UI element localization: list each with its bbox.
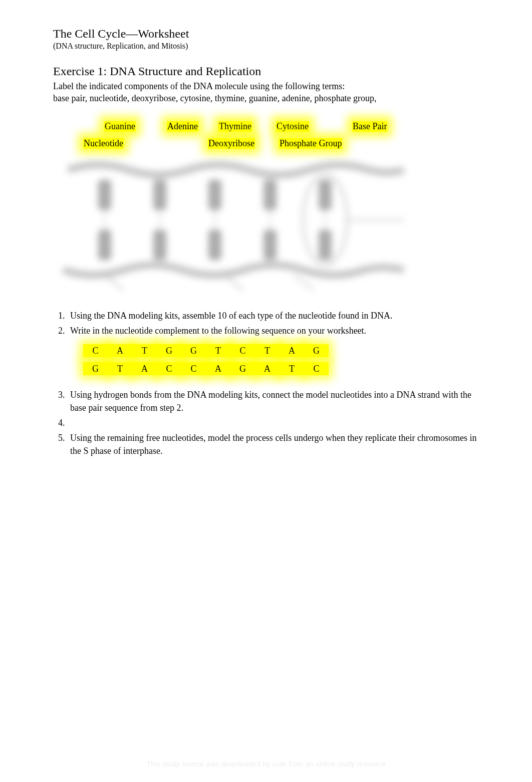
seq-top-0: C [83, 344, 108, 357]
seq-top-5: T [206, 344, 230, 357]
list-item-3: Using hydrogen bonds from the DNA modeli… [67, 388, 479, 414]
seq-bot-2: A [132, 362, 157, 375]
svg-rect-9 [319, 230, 332, 260]
label-base-pair: Base Pair [352, 121, 387, 132]
list-item-4 [67, 416, 479, 429]
label-phosphate-group: Phosphate Group [279, 138, 343, 149]
svg-rect-8 [263, 230, 277, 260]
seq-bot-8: T [280, 362, 304, 375]
seq-bot-4: C [181, 362, 206, 375]
seq-top-6: C [230, 344, 255, 357]
exercise-heading: Exercise 1: DNA Structure and Replicatio… [53, 65, 479, 78]
list-item-2: Write in the nucleotide complement to th… [67, 324, 479, 375]
label-nucleotide: Nucleotide [83, 138, 124, 149]
seq-top-8: A [280, 344, 304, 357]
svg-line-16 [105, 275, 123, 290]
svg-rect-7 [208, 230, 221, 260]
list-item-5: Using the remaining free nucleotides, mo… [67, 431, 479, 457]
svg-rect-4 [319, 180, 332, 210]
list-item-2-text: Write in the nucleotide complement to th… [70, 326, 366, 336]
label-guanine: Guanine [104, 121, 136, 132]
list-item-1: Using the DNA modeling kits, assemble 10… [67, 309, 479, 322]
svg-rect-1 [153, 180, 166, 210]
svg-rect-3 [263, 180, 277, 210]
page-title: The Cell Cycle—Worksheet [53, 27, 479, 41]
instructions-line-1: Label the indicated components of the DN… [53, 81, 345, 91]
seq-top-1: A [108, 344, 132, 357]
svg-line-17 [223, 275, 243, 290]
watermark-text: This study source was downloaded by user… [146, 760, 385, 768]
svg-rect-0 [98, 180, 111, 210]
page-subtitle: (DNA structure, Replication, and Mitosis… [53, 42, 479, 51]
seq-bot-1: T [108, 362, 132, 375]
nucleotide-sequence-block: C A T G G T C T A G G T A C C A G A T [83, 344, 479, 375]
seq-bot-6: G [230, 362, 255, 375]
seq-top-3: G [157, 344, 181, 357]
svg-line-18 [294, 275, 314, 290]
seq-bot-0: G [83, 362, 108, 375]
label-row-1: Guanine Adenine Thymine Cytosine Base Pa… [83, 120, 479, 134]
svg-rect-2 [208, 180, 221, 210]
sequence-row-top: C A T G G T C T A G [83, 344, 479, 357]
seq-top-4: G [181, 344, 206, 357]
seq-top-9: G [304, 344, 329, 357]
seq-bot-5: A [206, 362, 230, 375]
svg-rect-6 [153, 230, 166, 260]
dna-label-area: Guanine Adenine Thymine Cytosine Base Pa… [83, 120, 479, 151]
seq-top-2: T [132, 344, 157, 357]
seq-top-7: T [255, 344, 280, 357]
sequence-row-bottom: G T A C C A G A T C [83, 362, 479, 375]
label-deoxyribose: Deoxyribose [208, 138, 255, 149]
label-adenine: Adenine [167, 121, 198, 132]
dna-structure-diagram [58, 155, 409, 295]
exercise-steps-list: Using the DNA modeling kits, assemble 10… [67, 309, 479, 458]
exercise-instructions: Label the indicated components of the DN… [53, 80, 479, 105]
instructions-line-2: base pair, nucleotide, deoxyribose, cyto… [53, 93, 377, 103]
seq-bot-3: C [157, 362, 181, 375]
label-cytosine: Cytosine [276, 121, 309, 132]
seq-bot-7: A [255, 362, 280, 375]
label-thymine: Thymine [218, 121, 252, 132]
label-row-2: Nucleotide Deoxyribose Phosphate Group [83, 137, 479, 151]
seq-bot-9: C [304, 362, 329, 375]
svg-rect-5 [98, 230, 111, 260]
